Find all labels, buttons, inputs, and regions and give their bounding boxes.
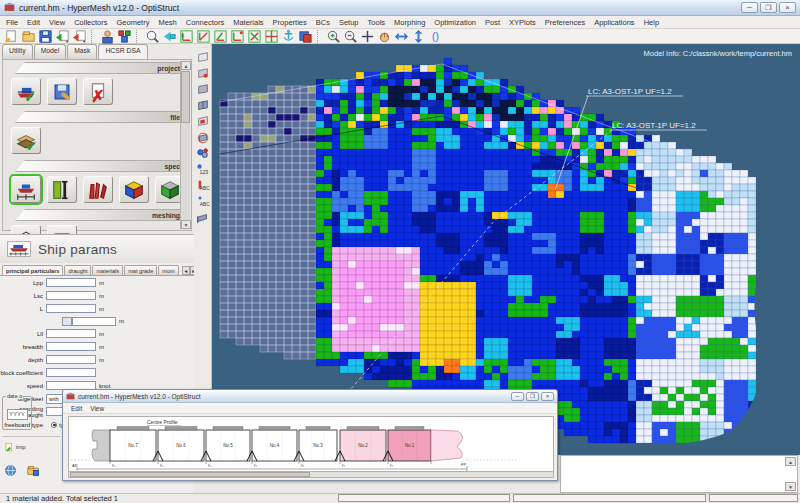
utility-scrollbar[interactable]: ▲ ▼ [180, 61, 190, 229]
display-elements-red-icon[interactable] [196, 115, 210, 129]
import-layers-check-icon[interactable]: ✓ [15, 130, 37, 152]
cmd-scroll-up-icon[interactable]: ▲ [785, 457, 796, 466]
field-input[interactable] [46, 304, 96, 313]
tab-utility[interactable]: Utility [2, 44, 33, 59]
view-plane-icon-6[interactable] [264, 29, 279, 44]
fit-view-icon[interactable] [360, 29, 375, 44]
field-input[interactable] [46, 278, 96, 287]
display-wireframe-icon[interactable] [196, 51, 210, 65]
profile-restore-button[interactable]: ❐ [526, 392, 539, 401]
menu-morphing[interactable]: Morphing [394, 18, 425, 27]
save-folder-icon[interactable] [27, 464, 40, 477]
pan-hand-icon[interactable] [377, 29, 392, 44]
sp-tab-draught[interactable]: draught [64, 265, 91, 275]
menu-optimization[interactable]: Optimization [434, 18, 476, 27]
profile-minimize-button[interactable]: ─ [511, 392, 524, 401]
menu-setup[interactable]: Setup [339, 18, 359, 27]
field-input[interactable] [46, 291, 96, 300]
zoom-magnifier-icon[interactable] [145, 29, 160, 44]
field-input[interactable] [46, 368, 96, 377]
save-model-icon[interactable] [38, 29, 53, 44]
user-profile-icon[interactable] [100, 29, 115, 44]
display-shaded-icon[interactable] [196, 83, 210, 97]
brackets-icon[interactable]: () [428, 29, 443, 44]
previous-view-icon[interactable] [162, 29, 177, 44]
view-plane-icon-3[interactable] [213, 29, 228, 44]
ship-project-check-icon[interactable]: ✓ [15, 81, 37, 103]
import-layers-check-button[interactable]: ✓ [11, 127, 41, 154]
display-circle-red-icon[interactable] [196, 131, 210, 145]
profile-hscrollbar[interactable] [68, 471, 554, 478]
anchor-icon[interactable] [281, 29, 296, 44]
scroll-down-icon[interactable]: ▼ [181, 220, 191, 229]
view-plane-icon-2[interactable] [196, 29, 211, 44]
command-scrollbar[interactable]: ▲ ▼ [785, 457, 796, 491]
sp-tab-mom[interactable]: mom [158, 265, 178, 275]
import-icon[interactable]: ▾ [55, 29, 70, 44]
zoom-out-icon[interactable] [343, 29, 358, 44]
scroll-up-icon[interactable]: ▲ [181, 61, 191, 70]
toolbar-grip[interactable]: ····· [194, 44, 211, 49]
menu-xyplots[interactable]: XYPlots [509, 18, 536, 27]
arrows-horizontal-icon[interactable] [394, 29, 409, 44]
display-spheres-icon[interactable] [196, 147, 210, 161]
section-beam-button[interactable] [47, 176, 77, 203]
layers-icon[interactable] [298, 29, 313, 44]
profile-hscroll-thumb[interactable] [70, 472, 310, 477]
menu-properties[interactable]: Properties [273, 18, 307, 27]
date-input[interactable]: YYYY [7, 409, 28, 420]
restore-button[interactable]: ❐ [760, 2, 777, 13]
save-project-button[interactable] [47, 78, 77, 105]
tab-scroll-left-icon[interactable]: ◄ [182, 266, 190, 275]
numbers-123-icon[interactable]: 123 [196, 163, 210, 177]
menu-edit[interactable]: Edit [27, 18, 40, 27]
ship-dimensions-button[interactable] [11, 176, 41, 203]
save-project-icon[interactable] [51, 81, 73, 103]
red-fan-plates-button[interactable] [83, 176, 113, 203]
menu-preferences[interactable]: Preferences [545, 18, 585, 27]
delete-project-icon[interactable]: ✗ [87, 81, 109, 103]
new-session-icon[interactable] [4, 29, 19, 44]
green-box-icon[interactable] [159, 179, 181, 201]
menu-connectors[interactable]: Connectors [186, 18, 224, 27]
menu-applications[interactable]: Applications [594, 18, 634, 27]
settings-globe-icon[interactable] [4, 464, 17, 477]
menu-bcs[interactable]: BCs [316, 18, 330, 27]
menu-materials[interactable]: Materials [233, 18, 263, 27]
panel-close-icon[interactable]: × [178, 31, 187, 40]
color-box-icon[interactable] [123, 179, 145, 201]
cmd-scroll-down-icon[interactable]: ▼ [785, 482, 796, 491]
labels-abc-icon[interactable]: ABC [196, 195, 210, 209]
tab-model[interactable]: Model [34, 44, 67, 59]
scroll-thumb[interactable] [181, 71, 190, 123]
freeboard-radio-type-B[interactable] [51, 422, 57, 428]
display-flag-icon[interactable] [196, 211, 210, 225]
export-icon[interactable]: ▾ [72, 29, 87, 44]
zoom-in-icon[interactable] [326, 29, 341, 44]
import-row[interactable]: imp [4, 442, 26, 452]
command-window[interactable]: ▲ ▼ [560, 455, 798, 493]
menu-mesh[interactable]: Mesh [158, 18, 176, 27]
field-input[interactable] [46, 342, 96, 351]
display-mesh-icon[interactable] [196, 99, 210, 113]
display-shaded-red-icon[interactable] [196, 67, 210, 81]
delete-project-button[interactable]: ✗ [83, 78, 113, 105]
color-palette-icon[interactable] [117, 29, 132, 44]
menu-view[interactable]: View [49, 18, 65, 27]
profile-menu-edit[interactable]: Edit [71, 405, 82, 412]
profile-menu-view[interactable]: View [90, 405, 104, 412]
field-sub-input[interactable] [72, 317, 116, 326]
menu-tools[interactable]: Tools [368, 18, 386, 27]
menu-geometry[interactable]: Geometry [117, 18, 150, 27]
view-plane-icon-5[interactable] [247, 29, 262, 44]
field-input[interactable] [46, 329, 96, 338]
menu-post[interactable]: Post [485, 18, 500, 27]
minimize-button[interactable]: ─ [741, 2, 758, 13]
tab-mask[interactable]: Mask [67, 44, 97, 59]
labels-abc-red-icon[interactable]: ABC [196, 179, 210, 193]
section-beam-icon[interactable] [51, 179, 73, 201]
profile-window-titlebar[interactable]: current.hm - HyperMesh v12.0 - OptiStruc… [63, 390, 557, 403]
view-plane-icon-4[interactable] [230, 29, 245, 44]
field-input[interactable] [46, 355, 96, 364]
red-fan-plates-icon[interactable] [87, 179, 109, 201]
